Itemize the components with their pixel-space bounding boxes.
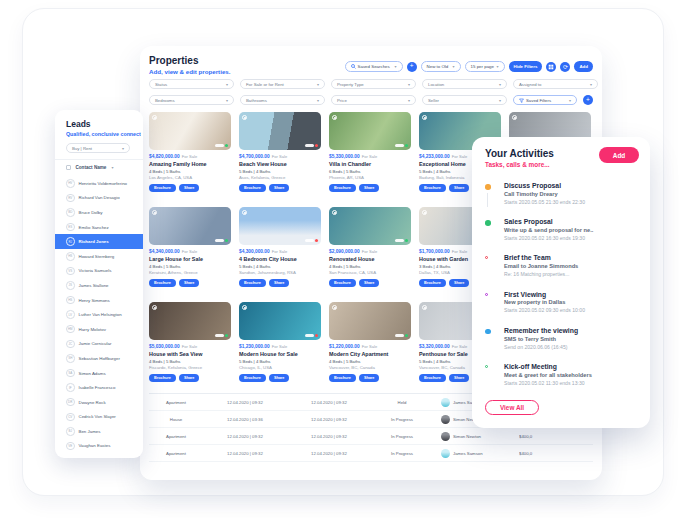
lead-name: Victoria Samuels: [79, 268, 112, 273]
brochure-button[interactable]: Brochure: [149, 184, 176, 192]
property-photo[interactable]: [239, 112, 321, 150]
share-button[interactable]: Share: [359, 279, 380, 287]
brochure-button[interactable]: Brochure: [149, 374, 176, 382]
lead-row[interactable]: RJ Richard Jones: [55, 234, 143, 249]
property-card[interactable]: $4,340,000.00For Sale Large House for Sa…: [149, 207, 231, 302]
property-photo[interactable]: [329, 302, 411, 340]
property-card[interactable]: $1,230,000.00For Sale Modern House for S…: [239, 302, 321, 397]
property-card[interactable]: $5,030,000.00For Sale House with Sea Vie…: [149, 302, 231, 397]
property-photo[interactable]: [149, 302, 231, 340]
lead-row[interactable]: IF Isabelle Francesco: [55, 380, 143, 395]
add-saved-filter-button[interactable]: +: [583, 95, 593, 105]
property-card[interactable]: $4,820,000.00For Sale Amazing Family Hom…: [149, 112, 231, 207]
lead-name: Dwayne Rock: [79, 400, 106, 405]
property-card[interactable]: $4,700,000.00For Sale Beach View House 5…: [239, 112, 321, 207]
activity-item[interactable]: Remember the viewing SMS to Terry Smith …: [485, 327, 642, 351]
property-card[interactable]: $1,220,000.00For Sale Modern City Apartm…: [329, 302, 411, 397]
activity-item[interactable]: Discuss Proposal Call Timothy Dreary Sta…: [485, 182, 642, 206]
brochure-button[interactable]: Brochure: [149, 279, 176, 287]
share-button[interactable]: Share: [179, 279, 200, 287]
share-button[interactable]: Share: [359, 184, 380, 192]
activity-item[interactable]: Brief the Team Email to Joanne Simmonds …: [485, 254, 642, 278]
lead-row[interactable]: VS Victoria Samuels: [55, 264, 143, 279]
lead-row[interactable]: HV Henrietta Voldemorferino: [55, 176, 143, 191]
lead-row[interactable]: CV Cedrick Von Slayer: [55, 410, 143, 425]
add-property-button[interactable]: Add: [574, 61, 593, 72]
property-photo[interactable]: [149, 112, 231, 150]
share-button[interactable]: Share: [449, 374, 470, 382]
lead-row[interactable]: JS James Stallone: [55, 278, 143, 293]
add-saved-search-button[interactable]: +: [407, 62, 417, 72]
property-card[interactable]: $4,300,000.00For Sale 4 Bedroom City Hou…: [239, 207, 321, 302]
filter-dropdown[interactable]: Bedrooms ▾: [149, 95, 234, 105]
refresh-button[interactable]: ⟳: [560, 62, 570, 72]
filter-dropdown[interactable]: Assigned to ▾: [513, 79, 598, 89]
view-all-button[interactable]: View All: [485, 400, 539, 415]
filter-dropdown[interactable]: Price ▾: [331, 95, 416, 105]
activities-list: Discuss Proposal Call Timothy Dreary Sta…: [485, 182, 642, 399]
property-card[interactable]: $5,330,000.00For Sale Villa in Chandler …: [329, 112, 411, 207]
lead-row[interactable]: SA Simon Adams: [55, 366, 143, 381]
activity-title: Remember the viewing: [504, 327, 642, 336]
buy-rent-dropdown[interactable]: Buy | Rent ▾: [66, 143, 130, 153]
property-photo[interactable]: [329, 207, 411, 245]
filter-dropdown[interactable]: Property Type ▾: [331, 79, 416, 89]
lead-row[interactable]: DR Dwayne Rock: [55, 395, 143, 410]
lead-row[interactable]: RV Richard Van Desagio: [55, 191, 143, 206]
table-row[interactable]: Apartment 12.04.2020 | 09:32 12.04.2020 …: [149, 445, 593, 462]
activity-item[interactable]: First Viewing New property in Dallas Sta…: [485, 291, 642, 315]
brochure-button[interactable]: Brochure: [239, 279, 266, 287]
brochure-button[interactable]: Brochure: [329, 184, 356, 192]
share-button[interactable]: Share: [179, 184, 200, 192]
lead-row[interactable]: HS Howard Sternberg: [55, 249, 143, 264]
lead-row[interactable]: SH Sebastian Hoffburger: [55, 351, 143, 366]
property-photo[interactable]: [239, 207, 321, 245]
share-button[interactable]: Share: [269, 374, 290, 382]
select-all-checkbox[interactable]: [66, 165, 71, 170]
share-button[interactable]: Share: [269, 279, 290, 287]
table-row[interactable]: Apartment 12.04.2020 | 09:32 12.04.2020 …: [149, 428, 593, 445]
brochure-button[interactable]: Brochure: [419, 184, 446, 192]
filter-dropdown[interactable]: Status ▾: [149, 79, 234, 89]
share-button[interactable]: Share: [359, 374, 380, 382]
cell-agent: James Samson: [433, 449, 519, 458]
property-photo[interactable]: [239, 302, 321, 340]
filter-dropdown[interactable]: Bathrooms ▾: [240, 95, 325, 105]
lead-row[interactable]: VE Vaughan Eastes: [55, 439, 143, 454]
saved-searches-dropdown[interactable]: Saved Searches ▾: [345, 61, 403, 72]
filter-dropdown[interactable]: Seller ▾: [422, 95, 507, 105]
property-photo[interactable]: [329, 112, 411, 150]
hide-filters-button[interactable]: Hide Filters: [509, 61, 543, 72]
saved-filters-dropdown[interactable]: Saved Filters ▾: [513, 95, 577, 105]
lead-row[interactable]: ES Emilio Sanchez: [55, 220, 143, 235]
filter-dropdown[interactable]: Location ▾: [422, 79, 507, 89]
brochure-button[interactable]: Brochure: [239, 184, 266, 192]
sort-dropdown[interactable]: New to Old ▾: [421, 61, 461, 72]
property-location: Sandton, Johannesburg, RSA: [239, 270, 321, 276]
lead-row[interactable]: BJ Ben James: [55, 424, 143, 439]
lead-row[interactable]: HM Harry Molotov: [55, 322, 143, 337]
grid-view-button[interactable]: [546, 62, 556, 72]
share-button[interactable]: Share: [449, 279, 470, 287]
property-card[interactable]: $2,090,000.00For Sale Renovated House 4 …: [329, 207, 411, 302]
lead-row[interactable]: LV Luther Van Helsington: [55, 307, 143, 322]
lead-name: Howard Sternberg: [79, 254, 115, 259]
share-button[interactable]: Share: [179, 374, 200, 382]
brochure-button[interactable]: Brochure: [419, 279, 446, 287]
brochure-button[interactable]: Brochure: [329, 374, 356, 382]
share-button[interactable]: Share: [449, 184, 470, 192]
brochure-button[interactable]: Brochure: [329, 279, 356, 287]
lead-row[interactable]: BD Bruce Dolby: [55, 205, 143, 220]
per-page-dropdown[interactable]: 15 per page ▾: [465, 61, 505, 72]
property-photo[interactable]: [149, 207, 231, 245]
filter-dropdown[interactable]: For Sale or for Rent ▾: [240, 79, 325, 89]
share-button[interactable]: Share: [269, 184, 290, 192]
brochure-button[interactable]: Brochure: [419, 374, 446, 382]
add-activity-button[interactable]: Add: [599, 147, 639, 163]
activity-item[interactable]: Kick-off Meeting Meet & greet for all st…: [485, 363, 642, 387]
activity-item[interactable]: Sales Proposal Write up & send proposal …: [485, 218, 642, 242]
lead-row[interactable]: JC Jamie Cornicular: [55, 337, 143, 352]
leads-column-header[interactable]: Contact Name ▾: [66, 165, 113, 170]
brochure-button[interactable]: Brochure: [239, 374, 266, 382]
lead-row[interactable]: HS Henry Simmons: [55, 293, 143, 308]
